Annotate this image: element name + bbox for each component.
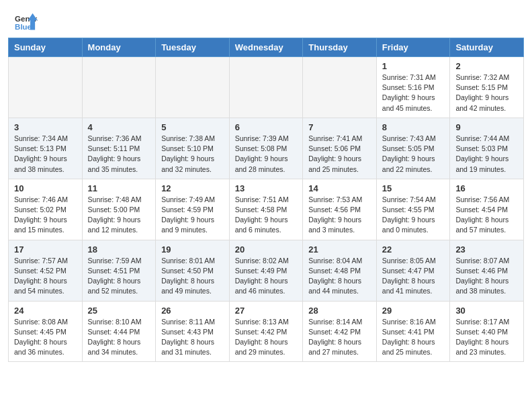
calendar-day (229, 57, 303, 118)
day-number: 9 (455, 122, 518, 132)
day-info: Sunrise: 7:41 AMSunset: 5:06 PMDaylight:… (308, 134, 362, 173)
calendar-day: 14 Sunrise: 7:53 AMSunset: 4:56 PMDaylig… (303, 179, 377, 240)
svg-text:Blue: Blue (15, 23, 32, 31)
day-info: Sunrise: 7:43 AMSunset: 5:05 PMDaylight:… (382, 134, 436, 173)
day-number: 6 (235, 122, 298, 132)
calendar-day: 3 Sunrise: 7:34 AMSunset: 5:13 PMDayligh… (9, 118, 83, 179)
day-number: 14 (308, 183, 371, 193)
calendar-day: 19 Sunrise: 8:01 AMSunset: 4:50 PMDaylig… (156, 240, 230, 301)
logo-icon: General Blue (13, 12, 38, 32)
day-info: Sunrise: 8:07 AMSunset: 4:46 PMDaylight:… (455, 257, 509, 295)
calendar-day: 25 Sunrise: 8:10 AMSunset: 4:44 PMDaylig… (82, 301, 156, 362)
calendar-day: 23 Sunrise: 8:07 AMSunset: 4:46 PMDaylig… (450, 240, 524, 301)
day-info: Sunrise: 7:54 AMSunset: 4:55 PMDaylight:… (382, 195, 436, 234)
day-number: 29 (382, 306, 445, 316)
day-number: 30 (455, 306, 518, 316)
calendar-day: 22 Sunrise: 8:05 AMSunset: 4:47 PMDaylig… (376, 240, 450, 301)
day-number: 11 (88, 183, 150, 193)
day-number: 13 (235, 183, 298, 193)
calendar-day: 21 Sunrise: 8:04 AMSunset: 4:48 PMDaylig… (303, 240, 377, 301)
day-number: 28 (308, 306, 371, 316)
calendar-day: 24 Sunrise: 8:08 AMSunset: 4:45 PMDaylig… (9, 301, 83, 362)
calendar-week-1: 1 Sunrise: 7:31 AMSunset: 5:16 PMDayligh… (9, 57, 524, 118)
calendar-week-4: 17 Sunrise: 7:57 AMSunset: 4:52 PMDaylig… (9, 240, 524, 301)
calendar-day: 17 Sunrise: 7:57 AMSunset: 4:52 PMDaylig… (9, 240, 83, 301)
weekday-header-wednesday: Wednesday (229, 38, 303, 57)
calendar-week-3: 10 Sunrise: 7:46 AMSunset: 5:02 PMDaylig… (9, 179, 524, 240)
calendar-day: 27 Sunrise: 8:13 AMSunset: 4:42 PMDaylig… (229, 301, 303, 362)
calendar-day: 9 Sunrise: 7:44 AMSunset: 5:03 PMDayligh… (450, 118, 524, 179)
day-info: Sunrise: 7:38 AMSunset: 5:10 PMDaylight:… (161, 134, 215, 173)
day-number: 10 (14, 183, 77, 193)
weekday-header-tuesday: Tuesday (156, 38, 230, 57)
weekday-header-friday: Friday (376, 38, 450, 57)
day-info: Sunrise: 7:39 AMSunset: 5:08 PMDaylight:… (235, 134, 289, 173)
day-number: 8 (382, 122, 445, 132)
calendar-day: 6 Sunrise: 7:39 AMSunset: 5:08 PMDayligh… (229, 118, 303, 179)
calendar-day: 5 Sunrise: 7:38 AMSunset: 5:10 PMDayligh… (156, 118, 230, 179)
day-info: Sunrise: 8:13 AMSunset: 4:42 PMDaylight:… (235, 318, 289, 357)
day-number: 5 (161, 122, 224, 132)
day-info: Sunrise: 7:32 AMSunset: 5:15 PMDaylight:… (455, 73, 509, 112)
day-number: 17 (14, 244, 77, 255)
day-number: 3 (14, 122, 77, 132)
calendar-day: 2 Sunrise: 7:32 AMSunset: 5:15 PMDayligh… (450, 57, 524, 118)
day-number: 24 (14, 306, 77, 316)
day-number: 12 (161, 183, 224, 193)
day-number: 4 (88, 122, 150, 132)
day-info: Sunrise: 8:16 AMSunset: 4:41 PMDaylight:… (382, 318, 436, 357)
calendar-day: 8 Sunrise: 7:43 AMSunset: 5:05 PMDayligh… (376, 118, 450, 179)
logo: General Blue (13, 12, 38, 32)
calendar-day (303, 57, 377, 118)
day-info: Sunrise: 8:01 AMSunset: 4:50 PMDaylight:… (161, 257, 215, 295)
day-info: Sunrise: 8:02 AMSunset: 4:49 PMDaylight:… (235, 257, 289, 295)
day-info: Sunrise: 8:05 AMSunset: 4:47 PMDaylight:… (382, 257, 436, 295)
day-number: 22 (382, 244, 445, 255)
weekday-header-monday: Monday (82, 38, 156, 57)
day-number: 19 (161, 244, 224, 255)
day-number: 15 (382, 183, 445, 193)
calendar-day: 10 Sunrise: 7:46 AMSunset: 5:02 PMDaylig… (9, 179, 83, 240)
calendar-week-5: 24 Sunrise: 8:08 AMSunset: 4:45 PMDaylig… (9, 301, 524, 362)
calendar-day: 11 Sunrise: 7:48 AMSunset: 5:00 PMDaylig… (82, 179, 156, 240)
day-info: Sunrise: 7:36 AMSunset: 5:11 PMDaylight:… (88, 134, 142, 173)
day-info: Sunrise: 8:14 AMSunset: 4:42 PMDaylight:… (308, 318, 362, 357)
calendar-week-2: 3 Sunrise: 7:34 AMSunset: 5:13 PMDayligh… (9, 118, 524, 179)
calendar-day: 20 Sunrise: 8:02 AMSunset: 4:49 PMDaylig… (229, 240, 303, 301)
day-number: 18 (88, 244, 150, 255)
day-info: Sunrise: 7:46 AMSunset: 5:02 PMDaylight:… (14, 195, 68, 234)
day-info: Sunrise: 8:08 AMSunset: 4:45 PMDaylight:… (14, 318, 68, 357)
weekday-header-saturday: Saturday (450, 38, 524, 57)
day-info: Sunrise: 7:56 AMSunset: 4:54 PMDaylight:… (455, 195, 509, 234)
day-info: Sunrise: 7:49 AMSunset: 4:59 PMDaylight:… (161, 195, 215, 234)
day-info: Sunrise: 7:44 AMSunset: 5:03 PMDaylight:… (455, 134, 509, 173)
day-info: Sunrise: 7:51 AMSunset: 4:58 PMDaylight:… (235, 195, 289, 234)
calendar-day: 12 Sunrise: 7:49 AMSunset: 4:59 PMDaylig… (156, 179, 230, 240)
day-number: 21 (308, 244, 371, 255)
day-info: Sunrise: 8:04 AMSunset: 4:48 PMDaylight:… (308, 257, 362, 295)
day-info: Sunrise: 7:53 AMSunset: 4:56 PMDaylight:… (308, 195, 362, 234)
day-info: Sunrise: 8:17 AMSunset: 4:40 PMDaylight:… (455, 318, 509, 357)
calendar-container: SundayMondayTuesdayWednesdayThursdayFrid… (0, 38, 532, 370)
day-number: 16 (455, 183, 518, 193)
calendar-day: 7 Sunrise: 7:41 AMSunset: 5:06 PMDayligh… (303, 118, 377, 179)
weekday-header-sunday: Sunday (9, 38, 83, 57)
calendar-day: 13 Sunrise: 7:51 AMSunset: 4:58 PMDaylig… (229, 179, 303, 240)
day-info: Sunrise: 7:34 AMSunset: 5:13 PMDaylight:… (14, 134, 68, 173)
calendar-day: 26 Sunrise: 8:11 AMSunset: 4:43 PMDaylig… (156, 301, 230, 362)
calendar-day: 18 Sunrise: 7:59 AMSunset: 4:51 PMDaylig… (82, 240, 156, 301)
day-info: Sunrise: 7:48 AMSunset: 5:00 PMDaylight:… (88, 195, 142, 234)
calendar-day: 28 Sunrise: 8:14 AMSunset: 4:42 PMDaylig… (303, 301, 377, 362)
day-number: 2 (455, 61, 518, 71)
day-number: 23 (455, 244, 518, 255)
day-info: Sunrise: 7:59 AMSunset: 4:51 PMDaylight:… (88, 257, 142, 295)
calendar-day: 4 Sunrise: 7:36 AMSunset: 5:11 PMDayligh… (82, 118, 156, 179)
day-number: 26 (161, 306, 224, 316)
day-info: Sunrise: 7:31 AMSunset: 5:16 PMDaylight:… (382, 73, 436, 112)
calendar-header-row: SundayMondayTuesdayWednesdayThursdayFrid… (9, 38, 524, 57)
day-number: 27 (235, 306, 298, 316)
calendar-day: 1 Sunrise: 7:31 AMSunset: 5:16 PMDayligh… (376, 57, 450, 118)
day-info: Sunrise: 8:11 AMSunset: 4:43 PMDaylight:… (161, 318, 215, 357)
day-number: 20 (235, 244, 298, 255)
weekday-header-thursday: Thursday (303, 38, 377, 57)
